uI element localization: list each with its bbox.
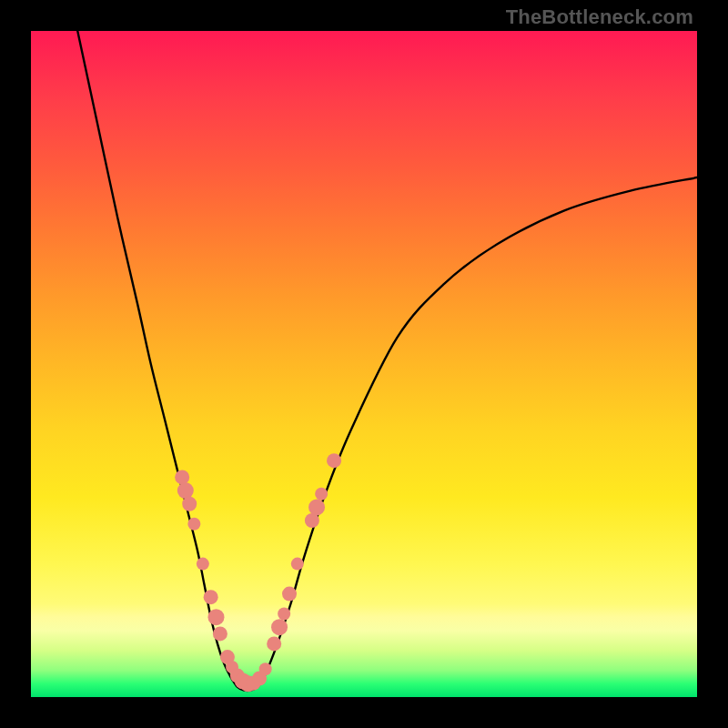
marker-dot	[177, 482, 194, 499]
marker-dot	[327, 453, 341, 468]
marker-dot	[197, 558, 209, 571]
marker-dot	[204, 590, 218, 604]
marker-dot	[175, 470, 189, 484]
marker-dot	[207, 609, 224, 625]
marker-dot	[291, 558, 304, 571]
marker-dot	[315, 488, 328, 500]
chart-plot-area	[31, 31, 697, 697]
marker-dot	[308, 499, 325, 515]
marker-dot	[282, 587, 297, 602]
marker-dot	[213, 626, 228, 641]
chart-markers	[175, 453, 341, 692]
marker-dot	[187, 518, 200, 531]
marker-dot	[278, 608, 290, 621]
watermark-text: TheBottleneck.com	[506, 5, 693, 29]
marker-dot	[271, 619, 288, 635]
marker-dot	[267, 636, 281, 651]
chart-lines	[77, 31, 697, 691]
marker-dot	[259, 662, 272, 675]
marker-dot	[182, 497, 197, 511]
chart-svg	[31, 31, 697, 697]
bottleneck-curve	[77, 31, 697, 691]
marker-dot	[305, 513, 319, 528]
